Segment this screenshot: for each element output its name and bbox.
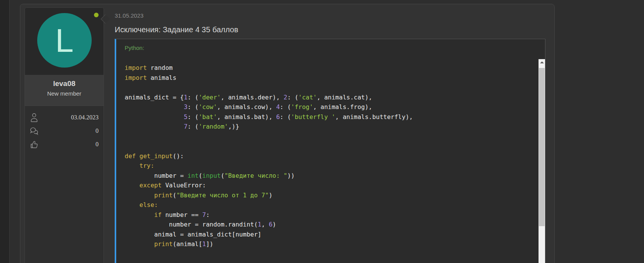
code-block: Python: import randomimport animals anim…: [115, 39, 545, 263]
code-line: number = int(input("Введите число: ")): [125, 171, 530, 181]
user-stats: 03.04.2023 0 0: [25, 106, 104, 160]
post-date-link[interactable]: 31.05.2023: [115, 12, 143, 19]
code-line: 7: ('random',)}: [125, 122, 530, 132]
username-link[interactable]: leva08: [25, 79, 104, 88]
code-line: 5: ('bat', animals.bat), 6: ('butterfly …: [125, 112, 530, 122]
code-line: if number == 7:: [125, 210, 530, 220]
code-line: print("Введите число от 1 до 7"): [125, 190, 530, 200]
code-line: except ValueError:: [125, 180, 530, 190]
code-line: [125, 83, 530, 93]
scrollbar-thumb[interactable]: [539, 68, 545, 226]
stat-row-reactions: 0: [30, 140, 99, 149]
member-since-value: 03.04.2023: [71, 114, 99, 121]
avatar-box: L: [25, 8, 104, 75]
avatar[interactable]: L: [37, 13, 92, 68]
code-line: try:: [125, 161, 530, 171]
post-title: Исключения: Задание 4 35 баллов: [115, 25, 238, 34]
code-line: 3: ('cow', animals.cow), 4: ('frog', ani…: [125, 102, 530, 112]
stat-row-member-since: 03.04.2023: [30, 113, 99, 122]
reaction-score-value: 0: [96, 141, 99, 148]
user-title-badge: New member: [25, 90, 104, 97]
code-line: [125, 132, 530, 142]
code-scrollbar[interactable]: [539, 59, 545, 263]
code-line: print(animal[1]): [125, 239, 530, 249]
code-line: def get_input():: [125, 151, 530, 161]
avatar-letter: L: [55, 24, 74, 57]
person-icon: [30, 112, 38, 122]
code-line: animals_dict = {1: ('deer', animals.deer…: [125, 93, 530, 103]
stat-row-messages: 0: [30, 126, 99, 136]
code-line: else:: [125, 200, 530, 210]
user-name-strip: leva08 New member: [25, 75, 104, 106]
page-left-edge: [0, 0, 10, 263]
code-line: number = random.randint(1, 6): [125, 220, 530, 230]
code-line: animal = animals_dict[number]: [125, 230, 530, 240]
user-info-cell: L leva08 New member 03.04.2023 0: [25, 7, 104, 263]
code-line: import animals: [125, 73, 530, 83]
messages-count-value: 0: [96, 127, 99, 134]
code-line: import random: [125, 63, 530, 73]
online-status-dot: [94, 13, 99, 17]
code-content: import randomimport animals animals_dict…: [125, 63, 530, 249]
code-line: [125, 141, 530, 151]
thumbs-up-icon: [30, 140, 39, 149]
chat-bubbles-icon: [30, 127, 39, 135]
scroll-up-arrow-icon: [540, 61, 544, 63]
code-language-label: Python:: [125, 45, 144, 51]
scrollbar-up-button[interactable]: [539, 59, 545, 66]
forum-post-card: L leva08 New member 03.04.2023 0: [20, 4, 555, 263]
